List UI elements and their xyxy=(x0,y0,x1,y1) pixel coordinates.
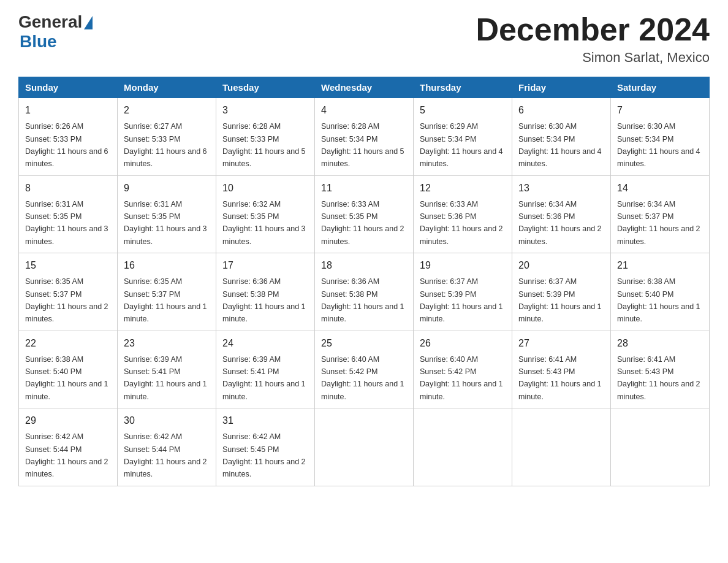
day-info: Sunrise: 6:33 AMSunset: 5:35 PMDaylight:… xyxy=(321,200,404,246)
calendar-cell: 26 Sunrise: 6:40 AMSunset: 5:42 PMDaylig… xyxy=(414,331,512,408)
day-info: Sunrise: 6:36 AMSunset: 5:38 PMDaylight:… xyxy=(222,277,306,323)
calendar-cell: 19 Sunrise: 6:37 AMSunset: 5:39 PMDaylig… xyxy=(414,253,512,331)
day-info: Sunrise: 6:27 AMSunset: 5:33 PMDaylight:… xyxy=(124,122,207,168)
calendar-cell: 20 Sunrise: 6:37 AMSunset: 5:39 PMDaylig… xyxy=(512,253,611,331)
calendar-cell: 13 Sunrise: 6:34 AMSunset: 5:36 PMDaylig… xyxy=(512,175,611,253)
calendar-week-row: 15 Sunrise: 6:35 AMSunset: 5:37 PMDaylig… xyxy=(19,253,710,331)
day-number: 30 xyxy=(124,413,210,428)
day-info: Sunrise: 6:33 AMSunset: 5:36 PMDaylight:… xyxy=(420,200,503,246)
day-number: 2 xyxy=(124,103,210,118)
day-info: Sunrise: 6:39 AMSunset: 5:41 PMDaylight:… xyxy=(124,355,207,401)
day-number: 31 xyxy=(222,413,308,428)
calendar-cell: 2 Sunrise: 6:27 AMSunset: 5:33 PMDayligh… xyxy=(118,98,216,176)
calendar-cell: 12 Sunrise: 6:33 AMSunset: 5:36 PMDaylig… xyxy=(414,175,512,253)
header-day-sunday: Sunday xyxy=(19,77,118,98)
calendar-week-row: 22 Sunrise: 6:38 AMSunset: 5:40 PMDaylig… xyxy=(19,331,710,408)
calendar-header: SundayMondayTuesdayWednesdayThursdayFrid… xyxy=(19,77,710,98)
day-number: 12 xyxy=(420,181,506,196)
day-number: 11 xyxy=(321,181,407,196)
calendar-cell xyxy=(315,408,414,486)
day-info: Sunrise: 6:40 AMSunset: 5:42 PMDaylight:… xyxy=(321,355,404,401)
header-day-wednesday: Wednesday xyxy=(315,77,414,98)
calendar-cell: 21 Sunrise: 6:38 AMSunset: 5:40 PMDaylig… xyxy=(611,253,710,331)
day-info: Sunrise: 6:29 AMSunset: 5:34 PMDaylight:… xyxy=(420,122,503,168)
calendar-cell: 16 Sunrise: 6:35 AMSunset: 5:37 PMDaylig… xyxy=(118,253,216,331)
day-info: Sunrise: 6:41 AMSunset: 5:43 PMDaylight:… xyxy=(617,355,700,401)
day-number: 24 xyxy=(222,336,308,351)
day-info: Sunrise: 6:42 AMSunset: 5:44 PMDaylight:… xyxy=(124,432,207,478)
calendar-title: December 2024 xyxy=(476,12,710,47)
day-info: Sunrise: 6:38 AMSunset: 5:40 PMDaylight:… xyxy=(25,355,108,401)
header-day-saturday: Saturday xyxy=(611,77,710,98)
day-info: Sunrise: 6:41 AMSunset: 5:43 PMDaylight:… xyxy=(518,355,602,401)
day-info: Sunrise: 6:34 AMSunset: 5:36 PMDaylight:… xyxy=(518,200,602,246)
day-info: Sunrise: 6:35 AMSunset: 5:37 PMDaylight:… xyxy=(25,277,108,323)
day-info: Sunrise: 6:32 AMSunset: 5:35 PMDaylight:… xyxy=(222,200,306,246)
calendar-cell: 15 Sunrise: 6:35 AMSunset: 5:37 PMDaylig… xyxy=(19,253,118,331)
calendar-cell: 5 Sunrise: 6:29 AMSunset: 5:34 PMDayligh… xyxy=(414,98,512,176)
logo-triangle-icon xyxy=(84,16,93,29)
logo-general: General xyxy=(18,12,82,32)
calendar-cell: 24 Sunrise: 6:39 AMSunset: 5:41 PMDaylig… xyxy=(216,331,315,408)
calendar-cell: 4 Sunrise: 6:28 AMSunset: 5:34 PMDayligh… xyxy=(315,98,414,176)
day-info: Sunrise: 6:31 AMSunset: 5:35 PMDaylight:… xyxy=(25,200,108,246)
calendar-cell xyxy=(512,408,611,486)
day-info: Sunrise: 6:35 AMSunset: 5:37 PMDaylight:… xyxy=(124,277,207,323)
day-info: Sunrise: 6:30 AMSunset: 5:34 PMDaylight:… xyxy=(518,122,602,168)
day-info: Sunrise: 6:26 AMSunset: 5:33 PMDaylight:… xyxy=(25,122,108,168)
day-info: Sunrise: 6:42 AMSunset: 5:44 PMDaylight:… xyxy=(25,432,108,478)
day-info: Sunrise: 6:30 AMSunset: 5:34 PMDaylight:… xyxy=(617,122,700,168)
calendar-body: 1 Sunrise: 6:26 AMSunset: 5:33 PMDayligh… xyxy=(19,98,710,486)
day-info: Sunrise: 6:39 AMSunset: 5:41 PMDaylight:… xyxy=(222,355,306,401)
header-day-tuesday: Tuesday xyxy=(216,77,315,98)
calendar-cell: 30 Sunrise: 6:42 AMSunset: 5:44 PMDaylig… xyxy=(118,408,216,486)
calendar-cell: 22 Sunrise: 6:38 AMSunset: 5:40 PMDaylig… xyxy=(19,331,118,408)
day-info: Sunrise: 6:36 AMSunset: 5:38 PMDaylight:… xyxy=(321,277,404,323)
calendar-cell: 27 Sunrise: 6:41 AMSunset: 5:43 PMDaylig… xyxy=(512,331,611,408)
day-number: 26 xyxy=(420,336,506,351)
day-number: 20 xyxy=(518,258,604,273)
calendar-table: SundayMondayTuesdayWednesdayThursdayFrid… xyxy=(18,77,710,486)
title-block: December 2024 Simon Sarlat, Mexico xyxy=(476,12,710,66)
day-number: 29 xyxy=(25,413,111,428)
header-row: SundayMondayTuesdayWednesdayThursdayFrid… xyxy=(19,77,710,98)
day-number: 27 xyxy=(518,336,604,351)
day-number: 5 xyxy=(420,103,506,118)
calendar-cell: 31 Sunrise: 6:42 AMSunset: 5:45 PMDaylig… xyxy=(216,408,315,486)
day-info: Sunrise: 6:42 AMSunset: 5:45 PMDaylight:… xyxy=(222,432,306,478)
day-number: 8 xyxy=(25,181,111,196)
day-info: Sunrise: 6:38 AMSunset: 5:40 PMDaylight:… xyxy=(617,277,700,323)
day-info: Sunrise: 6:28 AMSunset: 5:33 PMDaylight:… xyxy=(222,122,306,168)
day-info: Sunrise: 6:31 AMSunset: 5:35 PMDaylight:… xyxy=(124,200,207,246)
calendar-cell: 18 Sunrise: 6:36 AMSunset: 5:38 PMDaylig… xyxy=(315,253,414,331)
calendar-cell: 9 Sunrise: 6:31 AMSunset: 5:35 PMDayligh… xyxy=(118,175,216,253)
page-header: General Blue December 2024 Simon Sarlat,… xyxy=(18,12,710,66)
day-number: 3 xyxy=(222,103,308,118)
calendar-cell xyxy=(611,408,710,486)
day-info: Sunrise: 6:28 AMSunset: 5:34 PMDaylight:… xyxy=(321,122,404,168)
calendar-cell: 8 Sunrise: 6:31 AMSunset: 5:35 PMDayligh… xyxy=(19,175,118,253)
day-number: 28 xyxy=(617,336,703,351)
logo-blue: Blue xyxy=(20,32,57,52)
day-number: 9 xyxy=(124,181,210,196)
day-info: Sunrise: 6:37 AMSunset: 5:39 PMDaylight:… xyxy=(518,277,602,323)
calendar-cell: 6 Sunrise: 6:30 AMSunset: 5:34 PMDayligh… xyxy=(512,98,611,176)
day-number: 1 xyxy=(25,103,111,118)
calendar-week-row: 8 Sunrise: 6:31 AMSunset: 5:35 PMDayligh… xyxy=(19,175,710,253)
day-number: 25 xyxy=(321,336,407,351)
calendar-cell: 23 Sunrise: 6:39 AMSunset: 5:41 PMDaylig… xyxy=(118,331,216,408)
header-day-monday: Monday xyxy=(118,77,216,98)
calendar-cell: 28 Sunrise: 6:41 AMSunset: 5:43 PMDaylig… xyxy=(611,331,710,408)
day-number: 7 xyxy=(617,103,703,118)
calendar-cell: 7 Sunrise: 6:30 AMSunset: 5:34 PMDayligh… xyxy=(611,98,710,176)
calendar-cell: 25 Sunrise: 6:40 AMSunset: 5:42 PMDaylig… xyxy=(315,331,414,408)
calendar-cell: 14 Sunrise: 6:34 AMSunset: 5:37 PMDaylig… xyxy=(611,175,710,253)
calendar-cell: 17 Sunrise: 6:36 AMSunset: 5:38 PMDaylig… xyxy=(216,253,315,331)
day-number: 14 xyxy=(617,181,703,196)
day-number: 15 xyxy=(25,258,111,273)
calendar-cell xyxy=(414,408,512,486)
calendar-week-row: 29 Sunrise: 6:42 AMSunset: 5:44 PMDaylig… xyxy=(19,408,710,486)
day-number: 19 xyxy=(420,258,506,273)
day-number: 18 xyxy=(321,258,407,273)
day-info: Sunrise: 6:37 AMSunset: 5:39 PMDaylight:… xyxy=(420,277,503,323)
